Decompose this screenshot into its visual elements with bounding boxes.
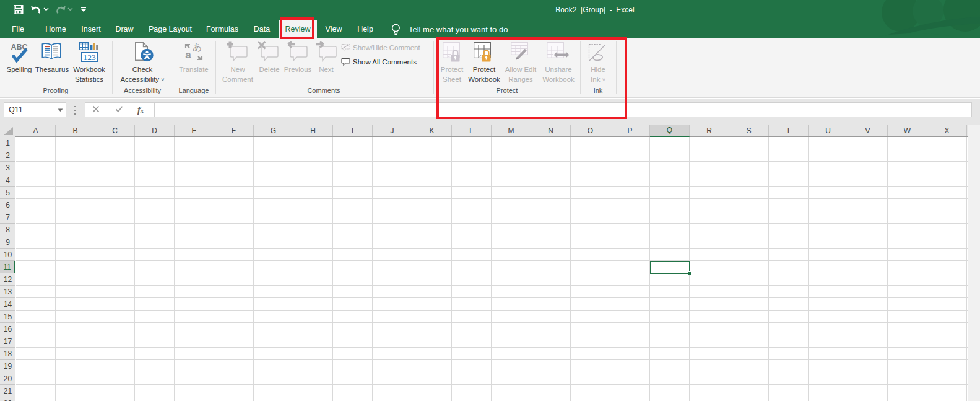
- svg-text:123: 123: [84, 53, 97, 62]
- svg-text:あ: あ: [193, 42, 202, 52]
- svg-text:a: a: [185, 49, 191, 61]
